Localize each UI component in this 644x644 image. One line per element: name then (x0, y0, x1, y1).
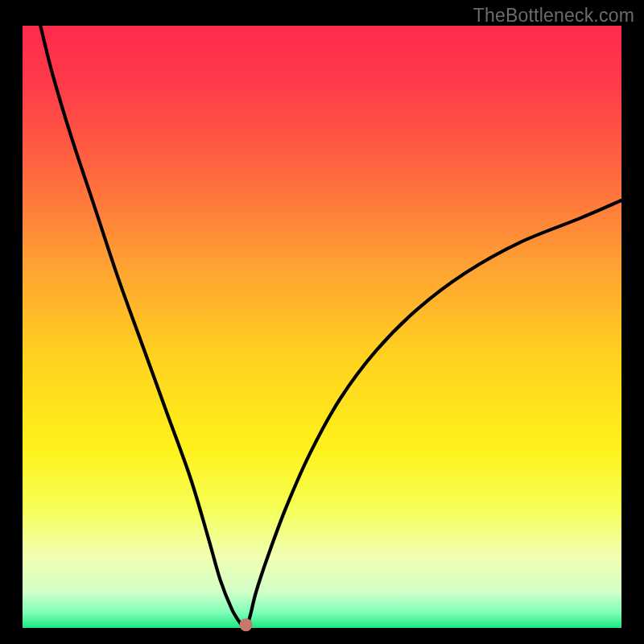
optimal-point-marker (240, 618, 253, 631)
bottleneck-chart (0, 0, 644, 644)
plot-area (23, 26, 621, 628)
chart-frame: TheBottleneck.com (0, 0, 644, 644)
watermark-label: TheBottleneck.com (473, 5, 634, 27)
